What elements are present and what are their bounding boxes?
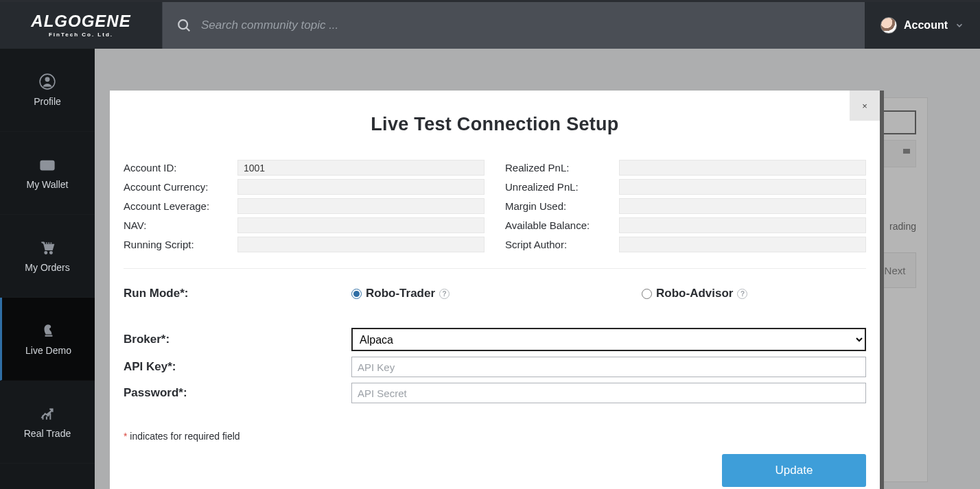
field-label: Realized PnL:: [505, 162, 619, 174]
account-currency-field[interactable]: [237, 179, 485, 195]
radio-input[interactable]: [351, 289, 362, 299]
right-column: Realized PnL: Unrealized PnL: Margin Use…: [505, 160, 866, 256]
required-star: *: [124, 431, 127, 442]
field-label: Account ID:: [124, 162, 237, 174]
sidebar-item-label: Profile: [34, 96, 61, 107]
sidebar-item-wallet[interactable]: My Wallet: [0, 132, 95, 215]
field-label: Running Script:: [124, 239, 237, 250]
password-label: Password*:: [124, 386, 351, 400]
search-bar: [162, 2, 865, 49]
field-label: NAV:: [124, 219, 237, 231]
sidebar-item-label: Live Demo: [25, 345, 71, 356]
radio-label: Robo-Advisor: [656, 287, 733, 300]
svg-point-7: [50, 252, 52, 254]
svg-point-6: [45, 252, 47, 254]
running-script-field[interactable]: [237, 237, 485, 252]
logo-main: ALGOGENE: [31, 13, 130, 29]
logo[interactable]: ALGOGENE FinTech Co. Ltd.: [0, 2, 162, 49]
realized-pnl-field[interactable]: [619, 160, 866, 176]
script-author-field[interactable]: [619, 237, 866, 252]
avatar: [880, 17, 897, 34]
run-mode-radio-group: Robo-Trader ? Robo-Advisor ?: [351, 287, 866, 300]
run-mode-label: Run Mode*:: [124, 287, 351, 300]
field-label: Margin Used:: [505, 200, 619, 212]
account-id-field[interactable]: 1001: [237, 160, 485, 176]
available-balance-field[interactable]: [619, 217, 866, 233]
account-leverage-field[interactable]: [237, 198, 485, 214]
modal-title: Live Test Connection Setup: [110, 114, 880, 135]
field-label: Unrealized PnL:: [505, 181, 619, 193]
wallet-icon: [38, 156, 56, 174]
sidebar-item-live-demo[interactable]: Live Demo: [0, 298, 95, 381]
field-label: Script Author:: [505, 239, 619, 250]
sidebar-item-real-trade[interactable]: Real Trade: [0, 381, 95, 464]
svg-line-1: [187, 28, 190, 32]
divider: [124, 268, 866, 269]
search-input[interactable]: [201, 19, 476, 32]
logo-tagline: FinTech Co. Ltd.: [49, 32, 113, 38]
broker-label: Broker*:: [124, 333, 351, 346]
sidebar-item-label: Real Trade: [24, 428, 71, 439]
nav-field[interactable]: [237, 217, 485, 233]
unrealized-pnl-field[interactable]: [619, 179, 866, 195]
search-icon: [176, 18, 191, 33]
field-label: Available Balance:: [505, 219, 619, 231]
chevron-down-icon: [955, 21, 964, 30]
close-button[interactable]: ×: [850, 91, 880, 121]
chess-knight-icon: [40, 322, 58, 339]
svg-point-3: [45, 77, 50, 82]
sidebar-item-profile[interactable]: Profile: [0, 49, 95, 132]
sidebar: Profile My Wallet My Orders Live Demo Re…: [0, 49, 95, 489]
update-button[interactable]: Update: [722, 454, 866, 487]
robo-advisor-radio[interactable]: Robo-Advisor ?: [642, 287, 747, 300]
field-label: Account Leverage:: [124, 200, 237, 212]
account-label: Account: [904, 19, 948, 32]
svg-point-5: [50, 165, 52, 167]
sidebar-item-label: My Orders: [25, 262, 69, 273]
robo-trader-radio[interactable]: Robo-Trader ?: [351, 287, 450, 300]
sidebar-item-orders[interactable]: My Orders: [0, 215, 95, 298]
api-key-label: API Key*:: [124, 360, 351, 374]
password-input[interactable]: [351, 383, 866, 403]
margin-used-field[interactable]: [619, 198, 866, 214]
broker-select[interactable]: Alpaca: [351, 328, 866, 351]
required-text: indicates for required field: [130, 431, 240, 442]
sidebar-item-label: My Wallet: [27, 179, 69, 190]
connection-setup-modal: × Live Test Connection Setup Account ID:…: [110, 91, 884, 489]
close-icon: ×: [862, 101, 867, 111]
field-label: Account Currency:: [124, 181, 237, 193]
topbar: ALGOGENE FinTech Co. Ltd. Account: [0, 0, 980, 49]
chart-up-icon: [38, 405, 56, 422]
help-icon[interactable]: ?: [737, 289, 747, 299]
user-icon: [38, 73, 56, 91]
help-icon[interactable]: ?: [439, 289, 450, 299]
account-menu[interactable]: Account: [865, 2, 980, 49]
required-note: * indicates for required field: [124, 431, 866, 442]
svg-point-0: [178, 20, 187, 29]
left-column: Account ID: 1001 Account Currency: Accou…: [124, 160, 485, 256]
api-key-input[interactable]: [351, 357, 866, 377]
radio-label: Robo-Trader: [366, 287, 435, 300]
cart-icon: [38, 239, 56, 257]
radio-input[interactable]: [642, 289, 652, 299]
